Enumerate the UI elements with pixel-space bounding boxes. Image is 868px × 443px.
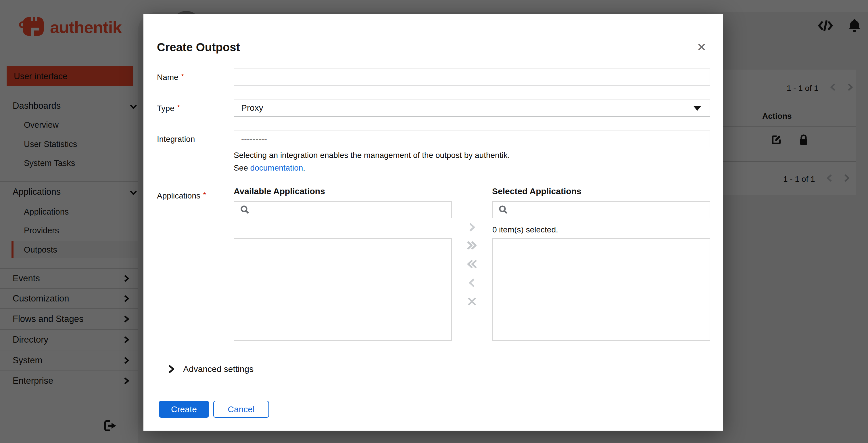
applications-label-text: Applications (157, 191, 200, 200)
search-icon (498, 205, 508, 215)
documentation-link[interactable]: documentation (250, 164, 303, 172)
move-selected-left-icon[interactable] (462, 278, 482, 289)
modal-title: Create Outpost (157, 41, 240, 54)
integration-select-value: --------- (241, 134, 267, 144)
selected-applications-list[interactable] (492, 238, 710, 341)
selected-search-input[interactable] (492, 201, 710, 218)
help-period: . (303, 164, 305, 172)
applications-label: Applications* (157, 191, 206, 201)
integration-help-see: See documentation. (234, 164, 305, 173)
chevron-right-icon (167, 365, 175, 374)
advanced-settings-toggle[interactable]: Advanced settings (167, 364, 253, 374)
create-outpost-modal: Create Outpost ✕ Name* Type* Proxy Integ… (144, 14, 723, 431)
name-label-text: Name (157, 73, 179, 82)
name-label: Name* (157, 72, 184, 82)
move-selected-right-icon[interactable] (462, 223, 482, 234)
type-select-value: Proxy (241, 103, 263, 113)
integration-help-text: Selecting an integration enables the man… (234, 151, 509, 160)
available-applications-title: Available Applications (234, 186, 325, 196)
close-icon[interactable]: ✕ (695, 40, 709, 54)
name-input[interactable] (234, 68, 710, 85)
cancel-button[interactable]: Cancel (213, 401, 269, 418)
required-asterisk: * (203, 191, 206, 199)
integration-label: Integration (157, 135, 195, 144)
move-all-right-icon[interactable] (462, 240, 482, 252)
required-asterisk: * (181, 72, 184, 80)
integration-label-text: Integration (157, 135, 195, 144)
create-button[interactable]: Create (159, 401, 209, 418)
integration-select[interactable]: --------- (234, 130, 710, 147)
advanced-settings-label: Advanced settings (183, 364, 253, 374)
move-all-left-icon[interactable] (462, 259, 482, 270)
app-root: 1 - 1 of 1 Actions 1 - 1 of 1 (0, 0, 868, 443)
available-search-input[interactable] (234, 201, 452, 218)
type-select[interactable]: Proxy (234, 99, 710, 117)
available-applications-list[interactable] (234, 238, 452, 341)
chevron-down-icon (693, 106, 701, 111)
selected-applications-title: Selected Applications (492, 186, 582, 196)
required-asterisk: * (177, 104, 180, 111)
type-label: Type* (157, 104, 180, 113)
clear-selection-icon[interactable] (462, 297, 482, 307)
help-see-text: See (234, 164, 248, 172)
type-label-text: Type (157, 104, 175, 113)
selected-count-text: 0 item(s) selected. (492, 225, 558, 234)
search-icon (240, 205, 250, 215)
